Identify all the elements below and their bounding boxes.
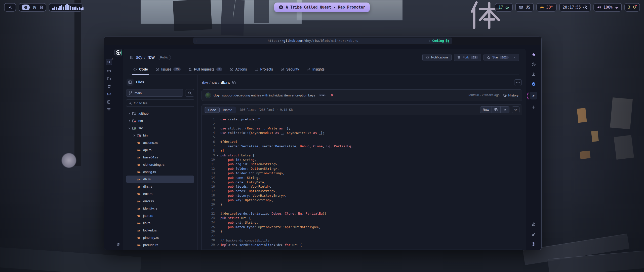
line-number[interactable]: 9 <box>202 153 215 157</box>
file-tree-item-lib.rs[interactable]: lib.rs <box>126 219 194 227</box>
file-tree-item-api.rs[interactable]: api.rs <box>126 146 194 154</box>
history-clock-icon[interactable] <box>532 62 536 66</box>
go-to-file-input[interactable] <box>126 99 194 107</box>
fold-chevron-icon[interactable] <box>215 154 220 157</box>
tab-pull-requests[interactable]: Pull requests5 <box>185 66 225 75</box>
line-number[interactable]: 26 <box>202 230 215 233</box>
browser-title-bar[interactable]: ⁞ https://github.com/doy/rbw/blob/main/s… <box>104 37 541 45</box>
chevron-down-icon[interactable] <box>513 56 516 58</box>
tab-issues[interactable]: Issues33 <box>152 66 184 75</box>
code-tab[interactable]: Code <box>205 107 220 113</box>
terminal-prompt-icon[interactable]: > <box>530 92 537 99</box>
gamepad-icon[interactable] <box>107 69 111 73</box>
repo-owner-link[interactable]: doy <box>136 55 142 60</box>
plus-icon[interactable] <box>532 105 536 109</box>
tray-weather[interactable]: 30° <box>536 3 557 12</box>
copy-file-button[interactable] <box>492 107 500 113</box>
file-tree-item-bin[interactable]: bin <box>126 117 194 124</box>
file-tree-item-base64.rs[interactable]: base64.rs <box>126 154 194 161</box>
file-tree-item-error.rs[interactable]: error.rs <box>126 197 194 205</box>
latest-commit-bar[interactable]: doy support decrypting entries with indi… <box>202 89 522 101</box>
code-panel-icon[interactable]: 1 <box>106 59 112 65</box>
line-number[interactable]: 1 <box>202 118 215 121</box>
copy-path-icon[interactable] <box>232 81 236 85</box>
tree-chevron-icon[interactable] <box>127 112 132 115</box>
file-tree-item-src[interactable]: src <box>126 124 194 132</box>
share-icon[interactable] <box>532 222 536 226</box>
line-number[interactable]: 3 <box>202 126 215 130</box>
download-icon[interactable] <box>532 72 536 76</box>
launcher-box[interactable] <box>4 3 16 12</box>
line-number[interactable]: 18 <box>202 194 215 197</box>
gear-icon[interactable] <box>531 242 536 246</box>
line-number[interactable]: 15 <box>202 180 215 184</box>
commit-status-failed-icon[interactable]: ✕ <box>331 93 334 97</box>
key-icon[interactable] <box>532 232 536 236</box>
branch-selector[interactable]: main <box>126 89 183 97</box>
list-icon[interactable] <box>107 51 111 55</box>
line-number[interactable]: 17 <box>202 189 215 193</box>
commit-sha[interactable]: 3d0fd90 <box>468 93 479 97</box>
folder-icon[interactable] <box>107 77 111 81</box>
cart-icon[interactable] <box>107 84 111 88</box>
trash-icon[interactable] <box>116 243 120 247</box>
tree-chevron-icon[interactable] <box>132 134 136 137</box>
line-number[interactable]: 4 <box>202 131 215 134</box>
tray-updates[interactable]: 17 <box>495 3 513 12</box>
archive-icon[interactable] <box>107 108 111 112</box>
line-number[interactable]: 14 <box>202 176 215 179</box>
file-tree-item-edit.rs[interactable]: edit.rs <box>126 190 194 197</box>
line-number[interactable]: 19 <box>202 198 215 202</box>
line-number[interactable]: 11 <box>202 162 215 166</box>
line-number[interactable]: 24 <box>202 221 215 224</box>
line-number[interactable]: 21 <box>202 207 215 211</box>
breadcrumb-repo-link[interactable]: rbw <box>202 81 208 85</box>
tray-notifications[interactable]: 3 <box>624 3 640 12</box>
star-button[interactable]: Star 602 <box>484 54 519 61</box>
commit-expand-button[interactable] <box>319 94 326 96</box>
star-icon[interactable] <box>532 52 536 57</box>
fork-button[interactable]: Fork 83 <box>454 54 481 61</box>
line-number[interactable]: 25 <box>202 225 215 229</box>
active-tab[interactable] <box>114 49 122 56</box>
tab-actions[interactable]: Actions <box>227 66 250 75</box>
search-this-repo-button[interactable] <box>185 89 194 97</box>
commit-sha-and-date[interactable]: 3d0fd90 · 2 weeks ago <box>468 93 500 97</box>
file-tree-item-dirs.rs[interactable]: dirs.rs <box>126 183 194 190</box>
tab-security[interactable]: Security <box>277 66 302 75</box>
notes-n-icon[interactable]: N <box>33 5 36 10</box>
file-tree-item-locked.rs[interactable]: locked.rs <box>126 227 194 234</box>
fold-chevron-icon[interactable] <box>215 244 220 246</box>
tab-insights[interactable]: Insights <box>304 66 328 75</box>
tray-keyboard-layout[interactable]: US <box>515 3 534 12</box>
line-number[interactable]: 6 <box>202 140 215 144</box>
line-number[interactable]: 8 <box>202 149 215 152</box>
line-number[interactable]: 12 <box>202 167 215 171</box>
url-text[interactable]: https://github.com/doy/rbw/blob/main/src… <box>197 39 429 43</box>
blame-tab[interactable]: Blame <box>220 107 235 113</box>
file-tree-item-json.rs[interactable]: json.rs <box>126 212 194 219</box>
file-tree-item-bin[interactable]: bin <box>126 132 194 139</box>
tray-audio[interactable]: 100% <box>593 3 622 12</box>
file-tree-item-cipherstring.rs[interactable]: cipherstring.rs <box>126 161 194 168</box>
document-icon[interactable] <box>40 5 43 9</box>
raw-button[interactable]: Raw <box>480 107 492 113</box>
tree-chevron-icon[interactable] <box>127 127 132 130</box>
journal-icon[interactable] <box>107 100 111 104</box>
tray-clock[interactable]: 20:17:55 <box>559 3 591 12</box>
line-number[interactable]: 28 <box>202 239 215 242</box>
layers-icon[interactable] <box>107 92 111 96</box>
file-tree-item-pinentry.rs[interactable]: pinentry.rs <box>126 234 194 241</box>
line-number[interactable]: 13 <box>202 171 215 175</box>
tab-code[interactable]: Code <box>130 66 151 75</box>
download-button[interactable] <box>500 107 509 113</box>
file-tree-item-identity.rs[interactable]: identity.rs <box>126 205 194 212</box>
source-view-button[interactable]: <> <box>512 106 519 113</box>
line-number[interactable]: 22 <box>202 212 215 215</box>
line-number[interactable]: 23 <box>202 216 215 220</box>
file-more-options-button[interactable] <box>514 79 522 86</box>
collapse-sidebar-button[interactable] <box>127 79 134 86</box>
tab-projects[interactable]: Projects <box>252 66 276 75</box>
line-number[interactable]: 2 <box>202 122 215 126</box>
line-number[interactable]: 5 <box>202 135 215 139</box>
